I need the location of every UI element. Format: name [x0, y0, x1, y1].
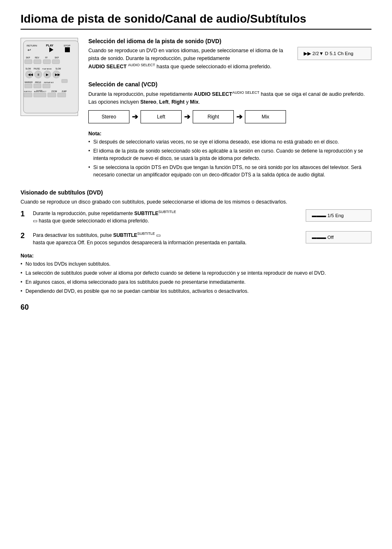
svg-text:JUMP: JUMP [62, 90, 67, 93]
note2: Nota: No todos los DVDs incluyen subtítu… [21, 253, 371, 295]
step2-content: Para desactivar los subtítulos, pulse SU… [33, 231, 289, 246]
note2-title: Nota: [21, 253, 371, 259]
svg-text:⏸: ⏸ [37, 73, 40, 76]
svg-text:STOP: STOP [64, 44, 70, 47]
svg-text:↩: ↩ [28, 48, 31, 52]
note1-item2: El idioma de la pista de sonido seleccio… [88, 147, 371, 162]
svg-text:PLAY: PLAY [46, 44, 53, 47]
svg-rect-33 [43, 84, 50, 88]
arrow3: ➔ [236, 112, 242, 121]
svg-text:▶▶: ▶▶ [55, 73, 60, 76]
section1-text: Cuando se reproduce un DVD en varios idi… [88, 47, 285, 70]
section2-text: Durante la reproducción, pulse repetidam… [88, 90, 371, 106]
svg-rect-39 [34, 93, 46, 97]
svg-rect-13 [43, 60, 51, 64]
note2-item2: La selección de subtítulos puede volver … [21, 269, 371, 277]
arrow2: ➔ [184, 112, 190, 121]
section-audio-language: Selección del idioma de la pista de soni… [88, 38, 371, 74]
remote-control-image: RETURN PLAY STOP ↩ SKP REV FF SKP [21, 38, 80, 185]
page-title: Idioma de pista de sonido/Canal de audio… [21, 12, 371, 30]
svg-text:SLOW: SLOW [55, 68, 61, 70]
section-subtitles: Visionado de subtítulos (DVD) Cuando se … [21, 189, 371, 295]
svg-text:PAUSE: PAUSE [34, 68, 40, 70]
svg-rect-40 [48, 93, 56, 97]
svg-text:MARKER: MARKER [25, 81, 33, 83]
display-box-subtitle2: ▬▬▬ Off [306, 231, 371, 243]
note2-item4: Dependiendo del DVD, es posible que no s… [21, 287, 371, 295]
step1-content: Durante la reproducción, pulse repetidam… [33, 209, 289, 225]
section2-heading: Selección de canal (VCD) [88, 81, 371, 88]
svg-rect-31 [25, 84, 32, 88]
svg-text:REV: REV [35, 56, 39, 59]
svg-rect-32 [34, 84, 41, 88]
svg-text:RETURN: RETURN [27, 44, 37, 47]
note1: Nota: Si después de seleccionarlo varias… [88, 131, 371, 178]
svg-text:PLAY MODE: PLAY MODE [42, 68, 52, 70]
channel-stereo: Stereo [88, 110, 129, 123]
main-content: Selección del idioma de la pista de soni… [88, 38, 371, 185]
note2-item1: No todos los DVDs incluyen subtítulos. [21, 260, 371, 268]
note2-item3: En algunos casos, el idioma seleccionado… [21, 278, 371, 286]
remote-svg: RETURN PLAY STOP ↩ SKP REV FF SKP [23, 40, 79, 114]
svg-rect-38 [24, 93, 32, 97]
page-number: 60 [21, 303, 371, 312]
channel-left: Left [141, 110, 182, 123]
section1-para1: Cuando se reproduce un DVD en varios idi… [88, 48, 283, 61]
section1-heading: Selección del idioma de la pista de soni… [88, 38, 371, 44]
svg-rect-41 [58, 93, 66, 97]
svg-text:▶: ▶ [46, 73, 49, 76]
svg-text:SKP: SKP [26, 56, 30, 59]
svg-rect-12 [34, 60, 41, 64]
note1-title: Nota: [88, 131, 371, 137]
note2-list: No todos los DVDs incluyen subtítulos. L… [21, 260, 371, 295]
channel-right: Right [193, 110, 234, 123]
svg-text:ZOOM: ZOOM [51, 90, 57, 93]
section-vcd: Selección de canal (VCD) Durante la repr… [88, 81, 371, 123]
note1-item3: Si se selecciona la opción DTS en DVDs q… [88, 164, 371, 178]
svg-text:CH RTN: CH RTN [36, 90, 42, 92]
step2-row: 2 Para desactivar los subtítulos, pulse … [21, 231, 371, 246]
channel-mix: Mix [245, 110, 286, 123]
svg-rect-11 [25, 60, 32, 64]
svg-text:SUBTITLE: SUBTITLE [24, 90, 32, 93]
step1-button-icon: ▭ [33, 218, 39, 224]
svg-rect-30 [62, 79, 67, 83]
svg-rect-5 [65, 47, 70, 52]
svg-text:REPEAT A-B: REPEAT A-B [44, 81, 54, 83]
svg-text:FF: FF [45, 56, 48, 59]
section1-bold1: AUDIO SELECT [88, 64, 127, 69]
svg-text:◀◀: ◀◀ [28, 73, 33, 76]
audio-select-superscript: AUDIO SELECT [128, 63, 155, 67]
channel-flow-diagram: Stereo ➔ Left ➔ Right ➔ Mix [88, 110, 371, 123]
section1-para2: hasta que quede seleccionado el idioma p… [157, 64, 271, 69]
step2-button-icon: ▭ [156, 232, 161, 238]
display-text-dvd: ▶▶ 2/2▼ D 5.1 Ch Eng [304, 51, 353, 56]
section3-intro: Cuando se reproduce un disco grabado con… [21, 198, 371, 206]
note1-list: Si después de seleccionarlo varias veces… [88, 138, 371, 178]
svg-text:SLOW: SLOW [25, 68, 31, 70]
step1-row: 1 Durante la reproducción, pulse repetid… [21, 209, 371, 225]
svg-rect-14 [52, 60, 60, 64]
arrow1: ➔ [132, 112, 138, 121]
display-box-dvd: ▶▶ 2/2▼ D 5.1 Ch Eng [297, 47, 371, 60]
step1-number: 1 [21, 209, 29, 219]
display-box-subtitle1: ▬▬▬ 1/5 Eng [306, 209, 371, 222]
step2-number: 2 [21, 231, 29, 241]
svg-text:SKP: SKP [55, 56, 59, 59]
note1-item1: Si después de seleccionarlo varias veces… [88, 138, 371, 146]
svg-text:ANGLE: ANGLE [35, 81, 41, 83]
section3-heading: Visionado de subtítulos (DVD) [21, 189, 371, 196]
